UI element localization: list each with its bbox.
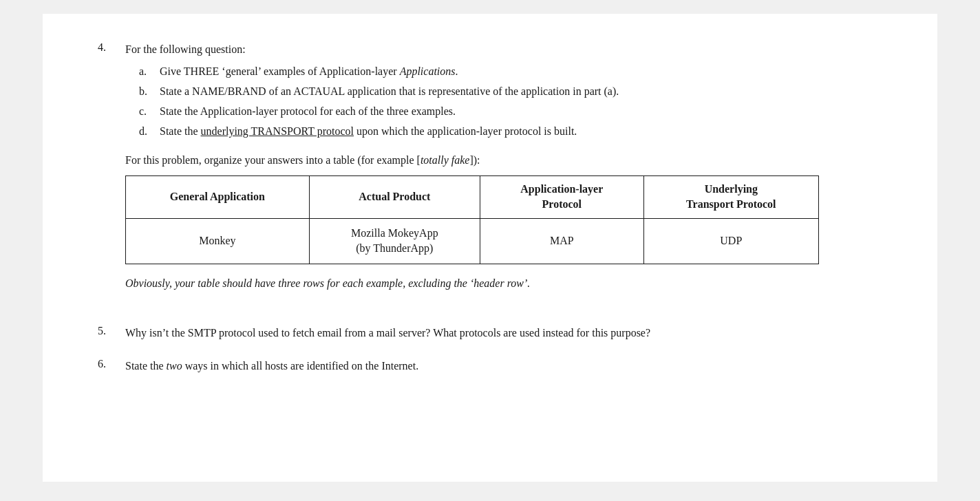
question-4-item: 4. For the following question: a. Give T… — [98, 41, 896, 308]
col-header-actual: Actual Product — [309, 176, 480, 219]
sub-item-b: b. State a NAME/BRAND of an ACTAUAL appl… — [139, 83, 896, 100]
question-6-text: State the two ways in which all hosts ar… — [125, 358, 896, 374]
table-body: Monkey Mozilla MokeyApp(by ThunderApp) M… — [126, 218, 819, 264]
table-intro-text: For this problem, organize your answers … — [125, 154, 480, 166]
table-row-1: Monkey Mozilla MokeyApp(by ThunderApp) M… — [126, 218, 819, 264]
totally-fake-italic: totally fake — [420, 154, 470, 166]
underline-transport: underlying TRANSPORT protocol — [201, 125, 354, 137]
sub-label-d: d. — [139, 123, 153, 140]
cell-general-1: Monkey — [126, 218, 310, 264]
sub-label-a: a. — [139, 63, 153, 80]
sub-text-a: Give THREE ‘general’ examples of Applica… — [160, 63, 458, 80]
question-6-number: 6. — [98, 358, 117, 374]
sub-item-a: a. Give THREE ‘general’ examples of Appl… — [139, 63, 896, 80]
table-intro-line: For this problem, organize your answers … — [125, 152, 896, 169]
table-note-text: Obviously, your table should have three … — [125, 277, 530, 289]
sub-text-c: State the Application-layer protocol for… — [160, 103, 456, 120]
page-container: 4. For the following question: a. Give T… — [43, 14, 937, 482]
question-4-number: 4. — [98, 41, 117, 308]
table-head: General Application Actual Product Appli… — [126, 176, 819, 219]
question-6-block: 6. State the two ways in which all hosts… — [98, 358, 896, 374]
applications-italic: Applications — [400, 65, 456, 77]
question-5-number: 5. — [98, 325, 117, 341]
question-4-intro: For the following question: — [125, 41, 896, 58]
question-5-block: 5. Why isn’t the SMTP protocol used to f… — [98, 325, 896, 341]
col-header-transport: UnderlyingTransport Protocol — [643, 176, 818, 219]
cell-protocol-1: MAP — [480, 218, 643, 264]
question-4-block: 4. For the following question: a. Give T… — [98, 41, 896, 308]
question-4-sub-items: a. Give THREE ‘general’ examples of Appl… — [139, 63, 896, 140]
table-note: Obviously, your table should have three … — [125, 275, 896, 292]
question-5-text: Why isn’t the SMTP protocol used to fetc… — [125, 325, 896, 341]
two-italic: two — [167, 360, 182, 372]
sub-item-c: c. State the Application-layer protocol … — [139, 103, 896, 120]
col-header-general: General Application — [126, 176, 310, 219]
col-header-protocol: Application-layerProtocol — [480, 176, 643, 219]
sub-label-c: c. — [139, 103, 153, 120]
question-4-content: For the following question: a. Give THRE… — [125, 41, 896, 308]
sub-label-b: b. — [139, 83, 153, 100]
sub-text-d: State the underlying TRANSPORT protocol … — [160, 123, 577, 140]
cell-transport-1: UDP — [643, 218, 818, 264]
answer-table: General Application Actual Product Appli… — [125, 175, 819, 264]
cell-actual-1: Mozilla MokeyApp(by ThunderApp) — [309, 218, 480, 264]
sub-text-b: State a NAME/BRAND of an ACTAUAL applica… — [160, 83, 619, 100]
sub-item-d: d. State the underlying TRANSPORT protoc… — [139, 123, 896, 140]
table-header-row: General Application Actual Product Appli… — [126, 176, 819, 219]
